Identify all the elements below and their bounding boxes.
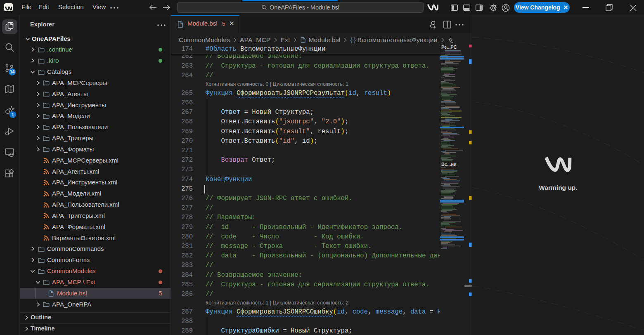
svg-text:Вс...ии: Вс...ии [441, 162, 457, 167]
